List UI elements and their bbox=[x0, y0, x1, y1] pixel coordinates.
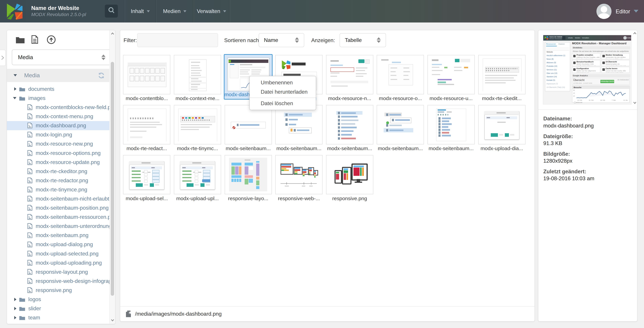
folder-create-icon[interactable] bbox=[16, 36, 24, 45]
avatar[interactable] bbox=[596, 4, 612, 19]
search-button[interactable] bbox=[105, 4, 118, 18]
thumbnail-art bbox=[341, 127, 357, 128]
tree-folder-documents[interactable]: documents bbox=[7, 84, 110, 94]
tree-file[interactable]: modx-seitenbaum-position.png bbox=[7, 203, 110, 212]
tree-root-row[interactable]: Media bbox=[7, 69, 110, 82]
grid-item[interactable]: modx-rte-redact... bbox=[123, 105, 170, 153]
grid-item[interactable]: modx-contentblo... bbox=[123, 55, 170, 103]
tree-item-label: modx-seitenbaum-unterordnung.png bbox=[36, 223, 110, 229]
tree-file[interactable]: modx-resource-new.png bbox=[7, 139, 110, 149]
tree-file[interactable]: modx-seitenbaum-unterordnung.png bbox=[7, 222, 110, 231]
thumbnail-art bbox=[314, 172, 316, 174]
grid-item[interactable]: modx-seitenbaum... bbox=[326, 105, 373, 153]
thumbnail-art bbox=[329, 108, 370, 141]
thumbnail-image bbox=[428, 55, 475, 94]
thumbnail-art bbox=[487, 117, 490, 118]
tree-file[interactable]: responsive-web-design-infographic.png bbox=[7, 276, 110, 286]
grid-item[interactable]: responsive-layo... bbox=[225, 155, 272, 203]
thumbnail-art bbox=[329, 158, 370, 191]
grid-item[interactable]: modx-seitenbaum... bbox=[225, 105, 272, 153]
thumbnail-art bbox=[203, 176, 210, 180]
thumbnail-art bbox=[506, 117, 510, 118]
folder-icon bbox=[19, 297, 25, 303]
tree-file[interactable]: modx-login.png bbox=[7, 130, 110, 139]
context-menu-item[interactable]: Umbenennen bbox=[250, 78, 316, 87]
grid-item-label: modx-upload-dia... bbox=[476, 146, 527, 151]
tree-item-label: modx-resource-update.png bbox=[36, 159, 100, 165]
tree-file[interactable]: responsive-layout.png bbox=[7, 267, 110, 276]
media-source-select[interactable]: Media bbox=[12, 49, 111, 65]
thumbnail-art bbox=[286, 123, 288, 126]
tree-file[interactable]: modx-upload-dialog.png bbox=[7, 240, 110, 249]
tree-file[interactable]: modx-dashboard.png bbox=[7, 121, 110, 130]
context-menu-item[interactable]: Datei herunterladen bbox=[250, 87, 316, 97]
tree-file[interactable]: modx-context-menu.png bbox=[7, 112, 110, 121]
file-create-icon[interactable] bbox=[32, 35, 38, 45]
tree-file[interactable]: modx-rte-tinymce.png bbox=[7, 185, 110, 194]
sidebar-scrollbar[interactable] bbox=[109, 30, 115, 324]
thumbnail-art bbox=[309, 186, 312, 186]
thumbnail-image bbox=[174, 55, 221, 94]
tree-file[interactable]: modx-contentblocks-new-field.png bbox=[7, 103, 110, 112]
preview-tile: BenutzerhandbuchMODX Revolution CMS Hand… bbox=[572, 60, 600, 66]
grid-item[interactable]: modx-seitenbaum... bbox=[377, 105, 424, 153]
tree-folder-slider[interactable]: slider bbox=[7, 304, 110, 313]
grid-item[interactable]: modx-resource-o... bbox=[377, 55, 424, 103]
tree-folder-team[interactable]: team bbox=[7, 313, 110, 322]
tree-file[interactable]: modx-seitenbaum-ressourcen.png bbox=[7, 212, 110, 222]
preview-tile-desc: MODX Revolution CMS Handbuch für Editore… bbox=[576, 63, 600, 66]
detail-value: modx-dashboard.png bbox=[543, 122, 630, 129]
image-file-icon bbox=[28, 104, 32, 111]
tree-file[interactable]: responsive.png bbox=[7, 286, 110, 295]
thumbnail-art bbox=[390, 75, 396, 76]
tree-item-label: modx-rte-ckeditor.png bbox=[36, 168, 87, 174]
grid-item[interactable]: modx-rte-ckedit... bbox=[478, 55, 526, 103]
grid-item[interactable]: responsive-web-... bbox=[275, 155, 322, 203]
grid-item[interactable]: modx-resource-u... bbox=[428, 55, 475, 103]
thumbnail-art bbox=[152, 176, 160, 180]
grid-item[interactable]: modx-rte-tinymc... bbox=[174, 105, 221, 153]
thumbnail-art bbox=[464, 67, 468, 68]
grid-item[interactable]: modx-context-me... bbox=[174, 55, 221, 103]
refresh-icon[interactable] bbox=[98, 72, 104, 80]
thumbnail-art bbox=[438, 114, 448, 116]
modx-logo-icon[interactable] bbox=[6, 3, 22, 21]
tree-file[interactable]: modx-seitenbaum-nicht-erlaubt.png bbox=[7, 194, 110, 203]
tree-folder-logos[interactable]: logos bbox=[7, 295, 110, 304]
user-menu[interactable]: Editor bbox=[616, 8, 630, 15]
grid-item[interactable]: modx-seitenbaum... bbox=[275, 105, 322, 153]
grid-item[interactable]: responsive.png bbox=[326, 155, 373, 203]
thumbnail-art bbox=[128, 63, 166, 87]
tree-file[interactable]: modx-rte-redactor.png bbox=[7, 176, 110, 185]
upload-icon[interactable] bbox=[47, 35, 56, 46]
tree-file[interactable]: modx-resource-options.png bbox=[7, 149, 110, 158]
sidebar-collapse-handle[interactable] bbox=[0, 50, 6, 66]
tree-file[interactable]: modx-upload-uploading.png bbox=[7, 258, 110, 267]
tree-file[interactable]: modx-seitenbaum.png bbox=[7, 231, 110, 240]
grid-item[interactable]: modx-upload-dia... bbox=[478, 105, 526, 153]
menu-item-medien[interactable]: Medien bbox=[156, 0, 194, 22]
grid-item[interactable]: modx-resource-n... bbox=[326, 55, 373, 103]
tree-item-label: modx-seitenbaum-ressourcen.png bbox=[36, 214, 110, 220]
menu-item-inhalt[interactable]: Inhalt bbox=[124, 0, 156, 22]
menu-item-verwalten[interactable]: Verwalten bbox=[194, 0, 230, 22]
grid-item[interactable]: modx-upload-upl... bbox=[174, 155, 221, 203]
tree-folder-images[interactable]: images bbox=[7, 94, 110, 103]
scroll-up-icon[interactable] bbox=[633, 32, 636, 34]
tree-file[interactable]: modx-rte-ckeditor.png bbox=[7, 167, 110, 176]
scroll-down-icon[interactable] bbox=[633, 102, 636, 104]
tree-file[interactable]: modx-upload-selected.png bbox=[7, 249, 110, 258]
tree-file[interactable]: modx-resource-update.png bbox=[7, 158, 110, 167]
copy-path-icon[interactable] bbox=[126, 311, 131, 317]
tree-item-label: images bbox=[28, 95, 46, 101]
scrollbar-thumb[interactable] bbox=[111, 62, 114, 296]
grid-item[interactable]: modx-upload-sel... bbox=[123, 155, 170, 203]
preview-chart-ylabel: 20 bbox=[573, 95, 575, 97]
thumbnail-art bbox=[136, 183, 143, 187]
context-menu-item[interactable]: Datei löschen bbox=[250, 99, 316, 108]
preview-tile-desc: Verwenden Sie den Medien Browser um Bild… bbox=[606, 56, 629, 59]
chevron-down-icon bbox=[147, 10, 150, 12]
preview-tile-title: Benutzerhandbuch bbox=[576, 61, 594, 63]
preview-tile-icon bbox=[602, 55, 605, 57]
grid-item[interactable]: modx-seitenbaum... bbox=[428, 105, 475, 153]
